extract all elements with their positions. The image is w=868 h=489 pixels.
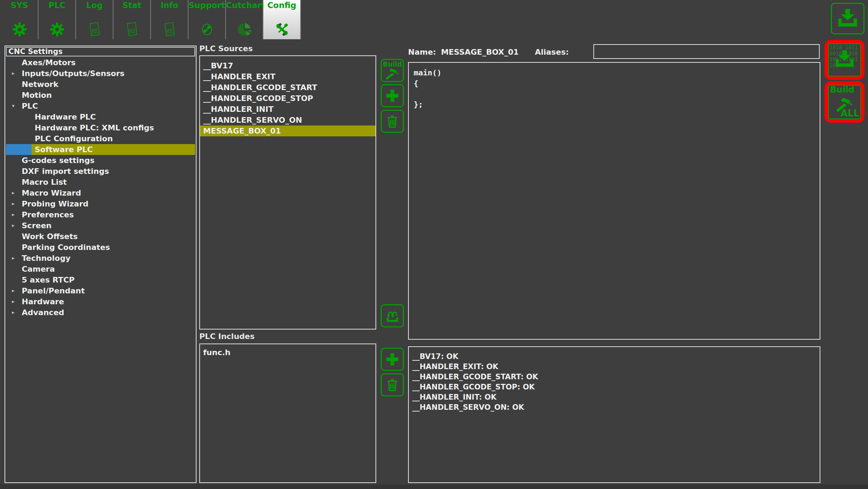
- tab-label: Config: [263, 1, 300, 10]
- info-document-icon: [162, 22, 177, 37]
- list-item[interactable]: MESSAGE_BOX_01: [200, 125, 376, 136]
- tab-info[interactable]: Info: [151, 0, 188, 39]
- tab-label: SYS: [1, 1, 38, 10]
- chevron-right-icon[interactable]: ▸: [12, 198, 15, 209]
- tree-item-label: Software PLC: [6, 144, 195, 155]
- gear-icon: [49, 22, 65, 37]
- aliases-input[interactable]: [593, 44, 820, 59]
- tab-sys[interactable]: SYS: [1, 0, 39, 39]
- list-item[interactable]: __HANDLER_GCODE_START: [200, 82, 376, 93]
- tree-item-macro-wizard[interactable]: ▸Macro Wizard: [6, 188, 195, 198]
- tree-item-macro-list[interactable]: Macro List: [6, 177, 195, 188]
- list-item[interactable]: __HANDLER_SERVO_ON: [200, 115, 376, 125]
- support-phone-icon: [199, 22, 215, 37]
- revert-source-button[interactable]: [381, 304, 404, 327]
- tree-item-label: Advanced: [6, 307, 195, 318]
- tab-log[interactable]: Log: [76, 0, 113, 39]
- chevron-down-icon[interactable]: ▾: [12, 101, 15, 111]
- add-include-button[interactable]: [381, 348, 404, 371]
- tab-config[interactable]: Config: [263, 0, 301, 39]
- tree-item-inputs-outputs-sensors[interactable]: ▸Inputs/Outputs/Sensors: [6, 68, 195, 79]
- tree-item-label: Probing Wizard: [6, 198, 195, 209]
- tree-item-advanced[interactable]: ▸Advanced: [6, 307, 195, 318]
- list-item[interactable]: __HANDLER_EXIT: [200, 71, 376, 82]
- build-source-button[interactable]: Build: [381, 59, 404, 82]
- tree-item-dxf-import-settings[interactable]: DXF import settings: [6, 166, 195, 177]
- list-item[interactable]: __BV17: [200, 60, 376, 71]
- plc-code-text: main() { };: [414, 68, 820, 110]
- tree-item-label: 5 axes RTCP: [6, 274, 195, 285]
- plus-icon: [384, 88, 400, 104]
- plc-sources-list[interactable]: __BV17__HANDLER_EXIT__HANDLER_GCODE_STAR…: [199, 55, 376, 330]
- tree-item-label: Panel/Pendant: [6, 285, 195, 296]
- name-label: Name:: [408, 48, 436, 56]
- aliases-label: Aliases:: [535, 48, 569, 56]
- plc-code-editor[interactable]: main() { };: [408, 62, 820, 340]
- settings-tree-panel: CNC Settings Axes/Motors▸Inputs/Outputs/…: [5, 46, 197, 483]
- tree-item-label: Macro List: [6, 177, 195, 188]
- build-output-line: __HANDLER_GCODE_STOP: OK: [412, 382, 820, 392]
- tree-item-label: Technology: [6, 253, 195, 264]
- plc-includes-list[interactable]: func.h: [199, 344, 376, 483]
- tab-support[interactable]: Support: [188, 0, 226, 39]
- chevron-right-icon[interactable]: ▸: [12, 209, 15, 220]
- save-settings-button[interactable]: [831, 3, 864, 34]
- tree-item-motion[interactable]: Motion: [6, 90, 195, 101]
- chevron-right-icon[interactable]: ▸: [12, 285, 15, 296]
- tab-label: Stat: [113, 1, 150, 10]
- config-tools-icon: [274, 22, 290, 37]
- save-binary-button[interactable]: 1010 1011 0010 1010 1011 1001 10100101: [825, 40, 864, 80]
- tree-item-label: Screen: [6, 220, 195, 231]
- tab-stat[interactable]: Stat: [113, 0, 151, 39]
- tree-item-camera[interactable]: Camera: [6, 264, 195, 274]
- tree-item-technology[interactable]: ▸Technology: [6, 253, 195, 264]
- chevron-right-icon[interactable]: ▸: [12, 253, 15, 264]
- tree-item-label: Hardware PLC: XML configs: [6, 122, 195, 133]
- tree-item-label: Axes/Motors: [6, 57, 195, 68]
- plc-includes-title: PLC Includes: [199, 332, 255, 341]
- tab-cutchart[interactable]: Cutchart: [226, 0, 263, 39]
- build-all-button[interactable]: Build ALL: [825, 81, 864, 123]
- tree-item-plc[interactable]: ▾PLC: [6, 101, 195, 111]
- tree-item-preferences[interactable]: ▸Preferences: [6, 209, 195, 220]
- name-value: MESSAGE_BOX_01: [441, 48, 519, 56]
- tab-label: Info: [151, 1, 188, 10]
- add-source-button[interactable]: [381, 84, 404, 107]
- tree-item-software-plc[interactable]: Software PLC: [6, 144, 195, 155]
- tree-item-axes-motors[interactable]: Axes/Motors: [6, 57, 195, 68]
- list-item[interactable]: __HANDLER_GCODE_STOP: [200, 93, 376, 104]
- list-item[interactable]: func.h: [200, 347, 376, 358]
- chevron-right-icon[interactable]: ▸: [12, 296, 15, 307]
- tree-item-5-axes-rtcp[interactable]: 5 axes RTCP: [6, 274, 195, 285]
- tree-item-network[interactable]: Network: [6, 79, 195, 90]
- tree-item-label: Inputs/Outputs/Sensors: [6, 68, 195, 79]
- tab-plc[interactable]: PLC: [39, 0, 76, 39]
- delete-source-button[interactable]: [381, 110, 404, 133]
- tree-item-hardware-plc-xml-configs[interactable]: Hardware PLC: XML configs: [6, 122, 195, 133]
- tree-item-parking-coordinates[interactable]: Parking Coordinates: [6, 242, 195, 253]
- binary-download-icon: 1010 1011 0010 1010 1011 1001 10100101: [828, 43, 861, 76]
- tree-item-probing-wizard[interactable]: ▸Probing Wizard: [6, 198, 195, 209]
- chevron-right-icon[interactable]: ▸: [12, 307, 15, 318]
- tree-item-plc-configuration[interactable]: PLC Configuration: [6, 133, 195, 144]
- tree-item-g-codes-settings[interactable]: G-codes settings: [6, 155, 195, 166]
- tree-item-label: PLC Configuration: [6, 133, 195, 144]
- tree-item-screen[interactable]: ▸Screen: [6, 220, 195, 231]
- tree-item-hardware-plc[interactable]: Hardware PLC: [6, 111, 195, 122]
- chevron-right-icon[interactable]: ▸: [12, 188, 15, 198]
- chevron-right-icon[interactable]: ▸: [12, 68, 15, 79]
- tab-label: Support: [188, 1, 225, 10]
- save-download-icon: [836, 7, 859, 30]
- tree-item-panel-pendant[interactable]: ▸Panel/Pendant: [6, 285, 195, 296]
- tree-item-label: Hardware PLC: [6, 111, 195, 122]
- settings-tree: Axes/Motors▸Inputs/Outputs/SensorsNetwor…: [6, 57, 195, 318]
- build-output-line: __HANDLER_INIT: OK: [412, 392, 820, 402]
- list-item[interactable]: __HANDLER_INIT: [200, 104, 376, 115]
- delete-include-button[interactable]: [381, 373, 404, 396]
- tree-item-hardware[interactable]: ▸Hardware: [6, 296, 195, 307]
- source-name-row: Name: MESSAGE_BOX_01 Aliases:: [408, 46, 569, 57]
- button-label: Build: [383, 60, 402, 68]
- tree-item-work-offsets[interactable]: Work Offsets: [6, 231, 195, 242]
- chevron-right-icon[interactable]: ▸: [12, 220, 15, 231]
- cnc-config-window: { "toolbar": { "tabs": [ { "label": "SYS…: [0, 0, 868, 489]
